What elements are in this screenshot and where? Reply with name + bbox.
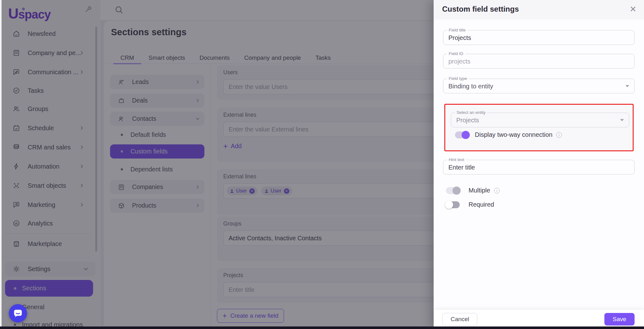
field-id-label: Field ID bbox=[447, 51, 465, 56]
field-id-value: projects bbox=[448, 58, 470, 65]
select-entity-select[interactable]: Select an entity Projects bbox=[451, 113, 629, 127]
required-label: Required bbox=[469, 201, 494, 208]
multiple-row: Multiple i bbox=[446, 187, 500, 194]
field-type-value: Binding to entity bbox=[448, 82, 493, 90]
required-row: Required bbox=[446, 201, 494, 208]
field-type-label: Field type bbox=[447, 76, 469, 81]
select-entity-value: Projects bbox=[456, 116, 479, 124]
modal-backdrop[interactable] bbox=[0, 0, 434, 329]
modal-title: Custom field settings bbox=[442, 5, 519, 14]
select-entity-label: Select an entity bbox=[455, 110, 487, 115]
entity-highlight-box: Select an entity Projects Display two-wa… bbox=[444, 104, 634, 151]
multiple-toggle[interactable] bbox=[446, 187, 460, 194]
hint-text-value: Enter title bbox=[448, 164, 475, 171]
two-way-connection-row: Display two-way connection i bbox=[455, 131, 562, 138]
modal-footer: Cancel Save bbox=[434, 310, 644, 329]
two-way-label: Display two-way connection bbox=[475, 131, 552, 138]
dropdown-caret-icon bbox=[620, 119, 624, 121]
close-icon[interactable]: ✕ bbox=[630, 4, 636, 14]
field-type-select[interactable]: Field type Binding to entity bbox=[443, 79, 635, 93]
toggle-knob bbox=[462, 131, 470, 139]
required-toggle[interactable] bbox=[446, 201, 460, 208]
info-icon[interactable]: i bbox=[494, 188, 500, 193]
cancel-button[interactable]: Cancel bbox=[442, 313, 477, 326]
toggle-knob bbox=[445, 201, 453, 209]
field-title-label: Field title bbox=[447, 28, 467, 32]
app-root: Uspacy Newsfeed Company and pe... Commun… bbox=[0, 0, 644, 329]
field-id-input[interactable]: Field ID projects bbox=[443, 54, 635, 69]
dropdown-caret-icon bbox=[625, 85, 629, 87]
hint-text-input[interactable]: Hint text Enter title bbox=[443, 160, 635, 175]
two-way-toggle[interactable] bbox=[455, 131, 469, 138]
field-title-value: Projects bbox=[448, 34, 471, 41]
multiple-label: Multiple bbox=[469, 187, 490, 194]
screen-bottom-bar bbox=[0, 326, 644, 329]
chat-icon bbox=[13, 308, 23, 318]
save-button[interactable]: Save bbox=[604, 313, 635, 326]
toggle-knob bbox=[452, 187, 461, 195]
modal-header: Custom field settings ✕ bbox=[434, 0, 644, 20]
hint-text-label: Hint text bbox=[447, 157, 466, 162]
field-title-input[interactable]: Field title Projects bbox=[443, 30, 635, 45]
chat-launcher-button[interactable] bbox=[9, 304, 27, 322]
info-icon[interactable]: i bbox=[556, 132, 562, 138]
custom-field-settings-modal: Custom field settings ✕ Field title Proj… bbox=[434, 0, 644, 329]
window-edge bbox=[0, 0, 2, 329]
